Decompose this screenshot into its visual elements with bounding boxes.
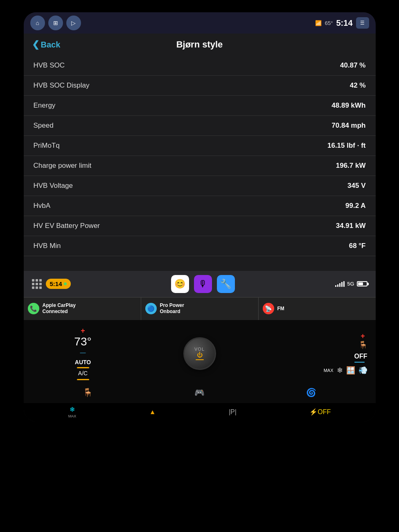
nav-icons: ⌂ ⊞ ▷ <box>30 16 312 30</box>
off-indicator: ⚡OFF <box>309 408 331 416</box>
fm-icon: 📡 <box>263 303 274 314</box>
battery-icon <box>357 281 367 286</box>
dock-right: 5G <box>335 281 367 287</box>
pro-power-onboard-button[interactable]: 🔵 Pro PowerOnboard <box>141 298 259 320</box>
apps-nav-icon[interactable]: ⊞ <box>48 16 63 30</box>
row-value: 99.2 A <box>345 202 365 210</box>
podcasts-app-icon[interactable]: 🎙 <box>194 275 212 293</box>
fm-button[interactable]: 📡 FM <box>259 298 376 320</box>
menu-icon[interactable]: ☰ <box>356 17 369 29</box>
auto-ac-group: AUTO A/C <box>32 359 134 380</box>
temp-value-left: 73° <box>74 335 91 348</box>
defroster-icon[interactable]: ❄ <box>337 366 343 375</box>
right-controls: + 🪑 OFF MAX ❄ 🪟 💨 <box>265 332 367 375</box>
rear-defroster-icon[interactable]: 🪟 <box>346 366 355 375</box>
table-row: HvbA 99.2 A <box>24 196 376 216</box>
signal-icon: 📶 <box>315 20 322 26</box>
row-value: 196.7 kW <box>336 162 366 170</box>
off-symbol-icon: ⚡OFF <box>309 408 331 416</box>
pro-power-label: Pro PowerOnboard <box>160 302 184 315</box>
status-right: 📶 65° 5:14 ☰ <box>315 17 369 29</box>
physical-controls: + 73° — AUTO A/C VOL ⏻ + 🪑 <box>24 320 376 384</box>
dock-bar: 5:14 😊 🎙 🔧 5G <box>24 271 376 297</box>
row-value: 70.84 mph <box>331 122 365 130</box>
row-label: HVB SOC Display <box>34 81 90 90</box>
seat-heat-right: + 🪑 <box>358 332 367 349</box>
engine-app-icon[interactable]: 🔧 <box>217 275 235 293</box>
table-row: Charge power limit 196.7 kW <box>24 156 376 176</box>
media-nav-icon[interactable]: ▷ <box>66 16 81 30</box>
ac-label[interactable]: A/C <box>78 370 88 376</box>
off-indicator <box>354 362 365 363</box>
off-label[interactable]: OFF <box>354 353 367 360</box>
temperature-display: 65° <box>325 20 333 26</box>
header: ❮ Back Bjørn style <box>24 34 376 56</box>
vol-indicator <box>196 359 204 360</box>
auto-label[interactable]: AUTO <box>75 359 91 365</box>
seat-icon[interactable]: 🪑 <box>83 388 93 397</box>
table-row: HVB Min 68 °F <box>24 236 376 256</box>
network-type: 5G <box>347 281 354 287</box>
volume-knob[interactable]: VOL ⏻ <box>183 337 216 370</box>
steering-heat-icon[interactable]: 🎮 <box>194 388 205 397</box>
row-label: HvbA <box>34 202 51 210</box>
table-row: HVB SOC 40.87 % <box>24 56 376 76</box>
row-value: 345 V <box>347 182 365 190</box>
back-button[interactable]: ❮ Back <box>32 39 61 50</box>
device-screen: ⌂ ⊞ ▷ 📶 65° 5:14 ☰ ❮ Back Bjørn style HV… <box>24 12 376 422</box>
volume-knob-area: VOL ⏻ <box>138 337 261 370</box>
home-nav-icon[interactable]: ⌂ <box>30 16 45 30</box>
max-cool-label: MAX <box>68 414 77 418</box>
left-controls: + 73° — AUTO A/C <box>32 327 134 380</box>
status-bar: ⌂ ⊞ ▷ 📶 65° 5:14 ☰ <box>24 12 376 34</box>
data-list: HVB SOC 40.87 % HVB SOC Display 42 % Ene… <box>24 56 376 271</box>
waze-app-icon[interactable]: 😊 <box>171 275 189 293</box>
status-time: 5:14 <box>336 18 352 28</box>
vol-label: VOL <box>194 347 205 352</box>
seat-heat-icon[interactable]: 🪑 <box>358 340 367 349</box>
warning-indicator: ▲ <box>149 408 156 416</box>
park-icon: |P| <box>229 408 237 416</box>
pro-power-icon: 🔵 <box>145 303 157 314</box>
temp-display-left: + 73° — <box>32 327 134 356</box>
row-value: 40.87 % <box>340 61 365 70</box>
phone-icon: 📞 <box>28 303 39 314</box>
table-row: HVB SOC Display 42 % <box>24 76 376 96</box>
temp-minus-icon[interactable]: — <box>80 349 86 356</box>
time-badge[interactable]: 5:14 <box>46 279 71 289</box>
right-plus-icon[interactable]: + <box>361 332 365 340</box>
row-label: HV EV Battery Power <box>34 222 100 230</box>
apple-carplay-label: Apple CarPlayConnected <box>43 302 76 315</box>
table-row: HV EV Battery Power 34.91 kW <box>24 216 376 236</box>
row-value: 48.89 kWh <box>331 101 365 110</box>
row-label: HVB Voltage <box>34 182 73 190</box>
max-cool-icon: ❄ <box>70 406 75 413</box>
max-cool-indicator: ❄ MAX <box>68 406 77 418</box>
off-group: OFF <box>354 353 367 363</box>
temp-plus-icon[interactable]: + <box>81 327 85 335</box>
apple-carplay-button[interactable]: 📞 Apple CarPlayConnected <box>24 298 141 320</box>
table-row: PriMoTq 16.15 lbf · ft <box>24 136 376 156</box>
row-label: HVB Min <box>34 242 61 250</box>
row-label: Charge power limit <box>34 162 92 170</box>
vent-icon[interactable]: 💨 <box>358 366 367 375</box>
row-value: 42 % <box>350 81 366 90</box>
green-dot-icon <box>64 282 67 285</box>
fan-icon[interactable]: 🌀 <box>306 388 316 397</box>
dock-app-icons: 😊 🎙 🔧 <box>171 275 235 293</box>
row-value: 16.15 lbf · ft <box>327 142 366 150</box>
ac-bar <box>77 379 89 380</box>
row-label: PriMoTq <box>34 142 60 150</box>
table-row: Energy 48.89 kWh <box>24 96 376 116</box>
dock-left: 5:14 <box>32 279 71 289</box>
warning-triangle-icon: ▲ <box>149 408 156 416</box>
table-row: HVB Voltage 345 V <box>24 176 376 196</box>
back-label: Back <box>41 40 61 50</box>
back-chevron-icon: ❮ <box>32 39 39 50</box>
max-controls-row: MAX ❄ 🪟 💨 <box>324 366 367 375</box>
row-label: HVB SOC <box>34 61 65 70</box>
auto-bar <box>77 367 89 368</box>
table-row: Speed 70.84 mph <box>24 116 376 136</box>
grid-icon[interactable] <box>32 279 42 289</box>
bottom-icons-row: 🪑 🎮 🌀 <box>24 384 376 403</box>
